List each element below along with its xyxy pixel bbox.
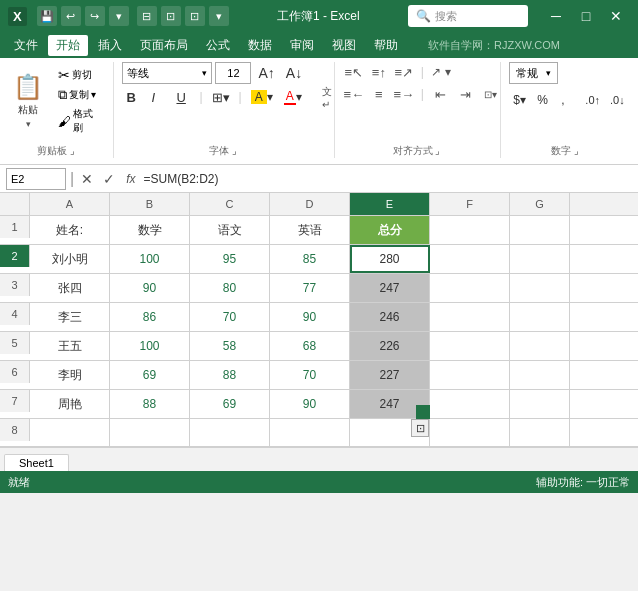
decimal-decrease-button[interactable]: .0↓ (606, 89, 629, 111)
menu-formulas[interactable]: 公式 (198, 35, 238, 56)
align-top-center-button[interactable]: ≡↑ (368, 62, 390, 82)
font-color-button[interactable]: A▾ (280, 86, 308, 108)
cell-g6[interactable] (510, 361, 570, 389)
merge-button[interactable]: ⊡▾ (480, 84, 502, 104)
copy-button[interactable]: ⧉复制 ▾ (55, 86, 102, 104)
cell-g7[interactable] (510, 390, 570, 418)
cell-g8[interactable] (510, 419, 570, 447)
percent-button[interactable]: % (533, 89, 555, 111)
col-header-a[interactable]: A (30, 193, 110, 215)
cancel-formula-button[interactable]: ✕ (78, 171, 96, 187)
cell-c1[interactable]: 语文 (190, 216, 270, 244)
cell-c5[interactable]: 58 (190, 332, 270, 360)
cell-d8[interactable] (270, 419, 350, 447)
minimize-button[interactable]: ─ (542, 2, 570, 30)
align-top-right-button[interactable]: ≡↗ (393, 62, 415, 82)
border-button[interactable]: ⊞▾ (208, 86, 234, 108)
cell-f7[interactable] (430, 390, 510, 418)
wrap-text-button[interactable]: 文↵ (318, 86, 340, 108)
menu-file[interactable]: 文件 (6, 35, 46, 56)
align-center-button[interactable]: ≡ (368, 84, 390, 104)
cell-b3[interactable]: 90 (110, 274, 190, 302)
cell-e6[interactable]: 227 (350, 361, 430, 389)
indent-increase-button[interactable]: ⇥ (455, 84, 477, 104)
decimal-increase-button[interactable]: .0↑ (581, 89, 604, 111)
bold-button[interactable]: B (122, 86, 144, 108)
col-header-d[interactable]: D (270, 193, 350, 215)
format-painter-button[interactable]: 🖌格式刷 (55, 106, 102, 136)
font-size-selector[interactable]: 12 (215, 62, 251, 84)
dropdown-button[interactable]: ▾ (209, 6, 229, 26)
sheet-tab-1[interactable]: Sheet1 (4, 454, 69, 471)
paste-button[interactable]: 📋 粘贴 ▾ (8, 75, 49, 127)
menu-page-layout[interactable]: 页面布局 (132, 35, 196, 56)
other-commands-button[interactable]: ⊡ (161, 6, 181, 26)
cell-c4[interactable]: 70 (190, 303, 270, 331)
cell-f8[interactable] (430, 419, 510, 447)
customize-qat-button[interactable]: ▾ (109, 6, 129, 26)
maximize-button[interactable]: □ (572, 2, 600, 30)
cell-a8[interactable] (30, 419, 110, 447)
cell-d4[interactable]: 90 (270, 303, 350, 331)
cut-button[interactable]: ✂剪切 (55, 66, 102, 84)
cell-a7[interactable]: 周艳 (30, 390, 110, 418)
cell-f1[interactable] (430, 216, 510, 244)
underline-button[interactable]: U (172, 86, 194, 108)
cell-c7[interactable]: 69 (190, 390, 270, 418)
menu-insert[interactable]: 插入 (90, 35, 130, 56)
cell-e1[interactable]: 总分 (350, 216, 430, 244)
name-box[interactable]: E2 (6, 168, 66, 190)
cell-f4[interactable] (430, 303, 510, 331)
col-header-g[interactable]: G (510, 193, 570, 215)
cell-f2[interactable] (430, 245, 510, 273)
cell-d5[interactable]: 68 (270, 332, 350, 360)
align-left-button[interactable]: ≡← (343, 84, 365, 104)
col-header-b[interactable]: B (110, 193, 190, 215)
align-top-left-button[interactable]: ≡↖ (343, 62, 365, 82)
cell-e5[interactable]: 226 (350, 332, 430, 360)
cell-e8[interactable]: ⊡ (350, 419, 430, 447)
more-commands-button[interactable]: ⊟ (137, 6, 157, 26)
undo-button[interactable]: ↩ (61, 6, 81, 26)
insert-function-button[interactable]: fx (126, 172, 135, 186)
cell-b4[interactable]: 86 (110, 303, 190, 331)
cell-c2[interactable]: 95 (190, 245, 270, 273)
menu-review[interactable]: 审阅 (282, 35, 322, 56)
italic-button[interactable]: I (147, 86, 169, 108)
cell-b5[interactable]: 100 (110, 332, 190, 360)
font-name-selector[interactable]: 等线 ▾ (122, 62, 212, 84)
cell-b6[interactable]: 69 (110, 361, 190, 389)
cell-c8[interactable] (190, 419, 270, 447)
cell-a1[interactable]: 姓名: (30, 216, 110, 244)
cell-b8[interactable] (110, 419, 190, 447)
cell-g2[interactable] (510, 245, 570, 273)
cell-e4[interactable]: 246 (350, 303, 430, 331)
menu-data[interactable]: 数据 (240, 35, 280, 56)
confirm-formula-button[interactable]: ✓ (100, 171, 118, 187)
menu-help[interactable]: 帮助 (366, 35, 406, 56)
cell-a4[interactable]: 李三 (30, 303, 110, 331)
cell-c6[interactable]: 88 (190, 361, 270, 389)
formula-input[interactable]: =SUM(B2:D2) (144, 172, 633, 186)
cell-a5[interactable]: 王五 (30, 332, 110, 360)
menu-home[interactable]: 开始 (48, 35, 88, 56)
cell-g5[interactable] (510, 332, 570, 360)
col-header-f[interactable]: F (430, 193, 510, 215)
cell-g4[interactable] (510, 303, 570, 331)
autofill-options-button[interactable]: ⊡ (411, 419, 429, 437)
cell-f3[interactable] (430, 274, 510, 302)
search-box[interactable]: 🔍 搜索 (408, 5, 528, 27)
align-right-button[interactable]: ≡→ (393, 84, 415, 104)
menu-view[interactable]: 视图 (324, 35, 364, 56)
cell-c3[interactable]: 80 (190, 274, 270, 302)
cell-b1[interactable]: 数学 (110, 216, 190, 244)
cell-d2[interactable]: 85 (270, 245, 350, 273)
comma-button[interactable]: , (557, 89, 579, 111)
increase-font-button[interactable]: A↑ (254, 62, 278, 84)
cell-f5[interactable] (430, 332, 510, 360)
close-button[interactable]: ✕ (602, 2, 630, 30)
cell-d7[interactable]: 90 (270, 390, 350, 418)
text-rotation-button[interactable]: ↗ ▾ (430, 62, 452, 82)
cell-d1[interactable]: 英语 (270, 216, 350, 244)
cell-e2[interactable]: 280 (350, 245, 430, 273)
